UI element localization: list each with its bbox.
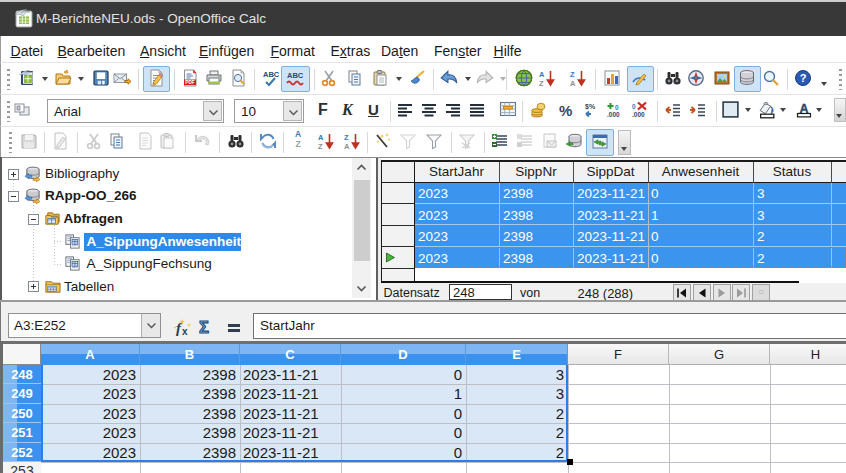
svg-text:Σ: Σ bbox=[199, 319, 209, 336]
svg-text:x: x bbox=[182, 326, 188, 337]
